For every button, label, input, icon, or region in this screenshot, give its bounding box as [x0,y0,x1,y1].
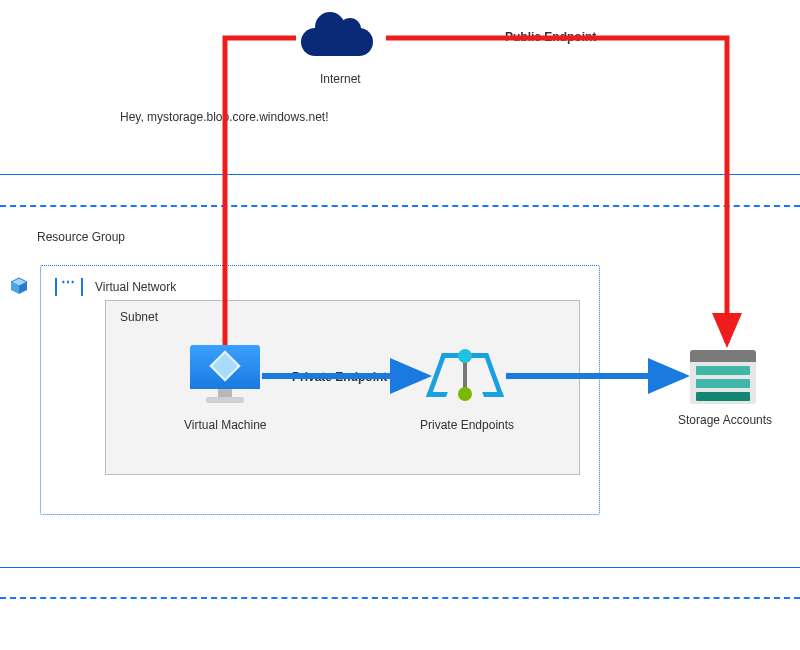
virtual-network-label: Virtual Network [95,280,176,294]
boundary-line-dash-bottom [0,597,800,599]
boundary-line-top [0,174,800,175]
storage-accounts-label: Storage Accounts [678,413,772,427]
private-endpoints-label: Private Endpoints [420,418,514,432]
internet-label: Internet [320,72,361,86]
virtual-machine-label: Virtual Machine [184,418,267,432]
private-endpoints-icon [430,345,500,405]
diagram-canvas: Internet Hey, mystorage.blob.core.window… [0,0,800,650]
resource-group-label: Resource Group [37,230,125,244]
virtual-network-icon [55,278,83,296]
boundary-line-dash-top [0,205,800,207]
boundary-line-bottom [0,567,800,568]
private-endpoint-label: Private Endpoint [292,370,387,384]
virtual-machine-icon [190,345,260,405]
public-endpoint-label: Public Endpoint [505,30,596,44]
vm-speech-text: Hey, mystorage.blob.core.windows.net! [120,110,329,124]
subnet-label: Subnet [120,310,158,324]
subnet-box [105,300,580,475]
internet-icon [295,14,385,64]
storage-accounts-icon [690,350,756,404]
resource-group-icon [10,277,28,295]
